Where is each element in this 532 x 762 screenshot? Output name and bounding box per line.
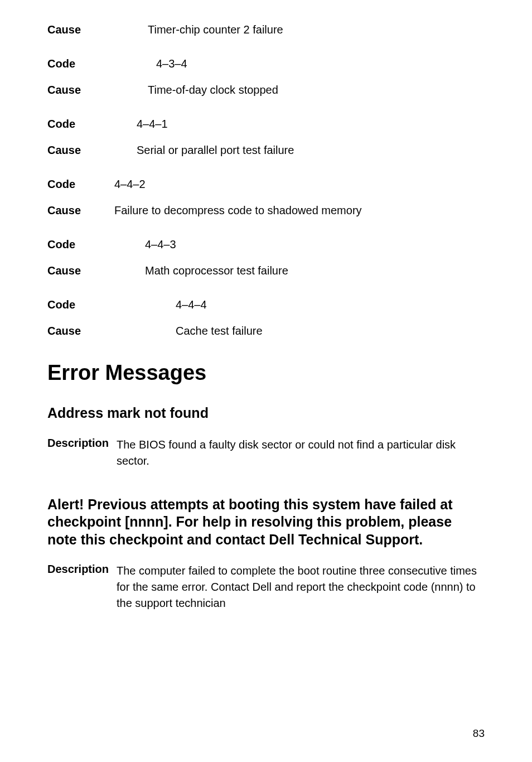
code-entry-row: Code4–4–1 (47, 118, 485, 131)
description-label: Description (47, 563, 117, 611)
entry-label: Cause (47, 204, 114, 217)
entry-value: Serial or parallel port test failure (137, 144, 294, 157)
page-number: 83 (473, 727, 485, 740)
main-heading: Error Messages (47, 361, 485, 385)
code-entry-row: Code4–4–4 (47, 298, 485, 311)
code-entry-row: CauseMath coprocessor test failure (47, 264, 485, 277)
description-row-1: Description The BIOS found a faulty disk… (47, 437, 485, 469)
entry-value: Time-of-day clock stopped (148, 84, 278, 97)
codes-list: CauseTimer-chip counter 2 failureCode4–3… (47, 23, 485, 337)
entry-value: Cache test failure (176, 325, 263, 337)
entry-label: Cause (47, 23, 148, 36)
code-entry-row: CauseSerial or parallel port test failur… (47, 144, 485, 157)
code-entry-row: Code4–4–2 (47, 178, 485, 191)
code-entry-row: CauseFailure to decompress code to shado… (47, 204, 485, 217)
code-entry-row: Code4–3–4 (47, 57, 485, 70)
entry-label: Cause (47, 325, 176, 337)
entry-value: Math coprocessor test failure (145, 264, 288, 277)
code-entry-row: CauseTime-of-day clock stopped (47, 84, 485, 97)
entry-label: Code (47, 178, 114, 191)
entry-value: Timer-chip counter 2 failure (148, 23, 283, 36)
entry-value: 4–4–2 (114, 178, 146, 191)
entry-label: Code (47, 118, 137, 131)
entry-value: 4–4–3 (145, 238, 176, 251)
entry-label: Code (47, 298, 176, 311)
description-row-2: Description The computer failed to compl… (47, 563, 485, 611)
description-text: The computer failed to complete the boot… (117, 563, 485, 611)
entry-value: 4–4–4 (176, 298, 207, 311)
entry-value: 4–4–1 (137, 118, 168, 131)
entry-label: Code (47, 57, 156, 70)
entry-value: Failure to decompress code to shadowed m… (114, 204, 362, 217)
code-entry-row: Code4–4–3 (47, 238, 485, 251)
entry-label: Code (47, 238, 145, 251)
description-text: The BIOS found a faulty disk sector or c… (117, 437, 485, 469)
section-heading-1: Address mark not found (47, 405, 485, 421)
entry-label: Cause (47, 84, 148, 97)
entry-value: 4–3–4 (156, 57, 187, 70)
description-label: Description (47, 437, 117, 469)
code-entry-row: CauseTimer-chip counter 2 failure (47, 23, 485, 36)
section-heading-2: Alert! Previous attempts at booting this… (47, 496, 485, 548)
entry-label: Cause (47, 144, 137, 157)
entry-label: Cause (47, 264, 145, 277)
code-entry-row: CauseCache test failure (47, 325, 485, 337)
